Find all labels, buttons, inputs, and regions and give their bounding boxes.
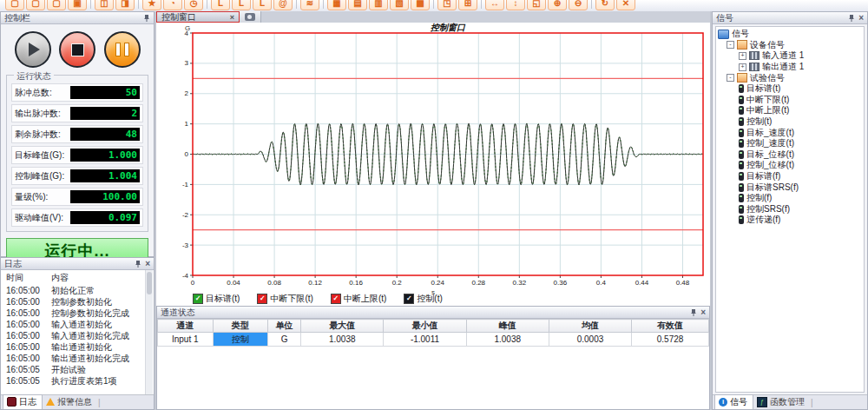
close-icon[interactable]: × bbox=[700, 308, 706, 317]
expand-icon[interactable]: + bbox=[739, 52, 746, 60]
column-header[interactable]: 最大值 bbox=[301, 320, 384, 333]
pin-icon[interactable] bbox=[690, 308, 697, 316]
svg-text:4: 4 bbox=[185, 30, 189, 37]
tree-item[interactable]: 控制SRS(f) bbox=[718, 204, 864, 215]
tree-item[interactable]: 目标谱(t) bbox=[718, 83, 864, 95]
level-1-icon[interactable]: L bbox=[211, 0, 230, 10]
save-icon[interactable]: ◫ bbox=[95, 0, 114, 10]
doc-icon[interactable]: ▢ bbox=[47, 0, 66, 10]
legend-checkbox[interactable]: ✓ bbox=[331, 294, 341, 304]
pin-icon[interactable] bbox=[848, 14, 855, 22]
table-3-icon[interactable]: ▥ bbox=[369, 0, 388, 10]
table-2-icon[interactable]: ▤ bbox=[348, 0, 367, 10]
pause-button[interactable] bbox=[104, 31, 141, 68]
column-header[interactable]: 通道 bbox=[158, 320, 214, 333]
close-icon[interactable]: × bbox=[145, 260, 150, 268]
collapse-icon[interactable]: - bbox=[727, 74, 734, 82]
signal-icon bbox=[739, 150, 744, 159]
tab-function-manager[interactable]: ƒ 函数管理 bbox=[753, 395, 810, 409]
refresh-icon[interactable]: ↻ bbox=[595, 0, 615, 10]
column-header[interactable]: 类型 bbox=[213, 320, 268, 333]
signal-icon bbox=[739, 96, 744, 104]
channel-status-panel: 通道状态 × 通道类型单位最大值最小值峰值均值有效值 Input 1控制G1.0… bbox=[156, 306, 710, 410]
add-window-icon[interactable]: ⊞ bbox=[458, 0, 477, 10]
splitter[interactable] bbox=[155, 11, 156, 410]
field-label: 输出脉冲数: bbox=[15, 108, 61, 120]
tree-root-signal[interactable]: 信号 bbox=[718, 29, 864, 40]
pin-icon[interactable] bbox=[143, 14, 150, 22]
tree-item[interactable]: 目标谱(f) bbox=[718, 171, 864, 182]
chart-1-icon[interactable]: ▧ bbox=[390, 0, 409, 10]
scrollbar-thumb[interactable] bbox=[147, 272, 152, 294]
svg-text:0.04: 0.04 bbox=[227, 279, 240, 287]
table-1-icon[interactable]: ▦ bbox=[327, 0, 346, 10]
open-doc-icon[interactable]: ▢ bbox=[26, 0, 45, 10]
zoom-out-icon[interactable]: ⊖ bbox=[569, 0, 588, 10]
tree-item[interactable]: +输入通道 1 bbox=[718, 50, 864, 62]
tab-alarm-info[interactable]: 报警信息 bbox=[43, 395, 97, 409]
favorite-icon[interactable]: ★ bbox=[142, 0, 161, 10]
svg-text:0.24: 0.24 bbox=[431, 279, 444, 287]
fit-width-icon[interactable]: ↔ bbox=[485, 0, 504, 10]
stop-button[interactable] bbox=[59, 31, 95, 68]
tree-item[interactable]: 控制_位移(t) bbox=[718, 160, 864, 171]
pie-icon[interactable]: ◔ bbox=[163, 0, 182, 10]
column-header[interactable]: 有效值 bbox=[632, 320, 709, 333]
signal-icon bbox=[739, 117, 744, 126]
column-header[interactable]: 最小值 bbox=[384, 320, 466, 333]
tab-control-window[interactable]: 控制窗口 × bbox=[156, 11, 240, 23]
tree-item[interactable]: +输出通道 1 bbox=[718, 62, 864, 73]
tree-item[interactable]: -设备信号 bbox=[718, 40, 864, 51]
cursor-icon[interactable]: ◱ bbox=[527, 0, 546, 10]
wave-file-icon[interactable]: ≋ bbox=[300, 0, 319, 10]
tree-item[interactable]: 中断上限(t) bbox=[718, 105, 864, 116]
print-icon[interactable]: ◨ bbox=[115, 0, 135, 10]
tree-item[interactable]: 目标_速度(t) bbox=[718, 127, 864, 138]
tab-log[interactable]: 日志 bbox=[3, 394, 43, 409]
tree-item[interactable]: 中断下限(t) bbox=[718, 95, 864, 106]
window-icon[interactable]: ◳ bbox=[437, 0, 457, 10]
clock-icon[interactable]: ◷ bbox=[184, 0, 203, 10]
fit-height-icon[interactable]: ↕ bbox=[506, 0, 525, 10]
collapse-icon[interactable]: - bbox=[727, 41, 734, 49]
at-icon[interactable]: @ bbox=[273, 0, 293, 10]
new-doc-icon[interactable]: ▢ bbox=[5, 0, 24, 10]
exit-icon[interactable]: ✕ bbox=[616, 0, 635, 10]
tree-item[interactable]: 控制_速度(t) bbox=[718, 138, 864, 149]
pin-icon[interactable] bbox=[135, 260, 141, 268]
column-header[interactable]: 单位 bbox=[268, 320, 301, 333]
play-button[interactable] bbox=[15, 31, 51, 68]
snapshot-tab[interactable] bbox=[240, 11, 261, 23]
level-2-icon[interactable]: L bbox=[232, 0, 251, 10]
zoom-in-icon[interactable]: ⊕ bbox=[548, 0, 567, 10]
tree-item[interactable]: 控制(t) bbox=[718, 116, 864, 128]
column-header[interactable]: 均值 bbox=[549, 320, 631, 333]
chart-2-icon[interactable]: ▩ bbox=[411, 0, 430, 10]
table-row[interactable]: Input 1控制G1.0038-1.00111.00380.00030.572… bbox=[158, 333, 709, 347]
signal-tab-bar: i 信号 ƒ 函数管理 | bbox=[713, 394, 867, 409]
tree-item[interactable]: 控制(f) bbox=[718, 193, 864, 204]
tree-item[interactable]: 目标_位移(t) bbox=[718, 149, 864, 161]
legend-label: 中断上限(t) bbox=[344, 293, 386, 305]
level-3-icon[interactable]: L bbox=[253, 0, 272, 10]
doc-add-icon[interactable]: ▣ bbox=[68, 0, 87, 10]
legend-checkbox[interactable]: ✓ bbox=[193, 294, 203, 304]
close-tab-icon[interactable]: × bbox=[230, 13, 234, 22]
waveform-plot[interactable]: 控制窗口G00.040.080.120.160.20.240.280.320.3… bbox=[156, 23, 710, 288]
column-header[interactable]: 峰值 bbox=[466, 320, 549, 333]
field-label: 剩余脉冲数: bbox=[15, 129, 61, 141]
close-icon[interactable]: × bbox=[858, 14, 864, 23]
expand-icon[interactable]: + bbox=[739, 63, 746, 71]
control-window-chart[interactable]: 控制窗口G00.040.080.120.160.20.240.280.320.3… bbox=[156, 23, 710, 288]
log-row: 16:05:00初始化正常 bbox=[1, 285, 154, 296]
legend-checkbox[interactable]: ✓ bbox=[404, 294, 414, 304]
tree-item[interactable]: 逆传递(f) bbox=[718, 215, 864, 226]
status-field: 目标峰值(G):1.000 bbox=[11, 146, 143, 164]
tree-item[interactable]: 目标谱SRS(f) bbox=[718, 182, 864, 193]
control-bar-header: 控制栏 bbox=[1, 12, 154, 24]
tree-item[interactable]: -试验信号 bbox=[718, 72, 864, 83]
transport-buttons bbox=[1, 24, 154, 71]
legend-checkbox[interactable]: ✓ bbox=[257, 294, 267, 304]
log-scrollbar[interactable] bbox=[145, 270, 153, 394]
tab-signal[interactable]: i 信号 bbox=[714, 394, 753, 409]
